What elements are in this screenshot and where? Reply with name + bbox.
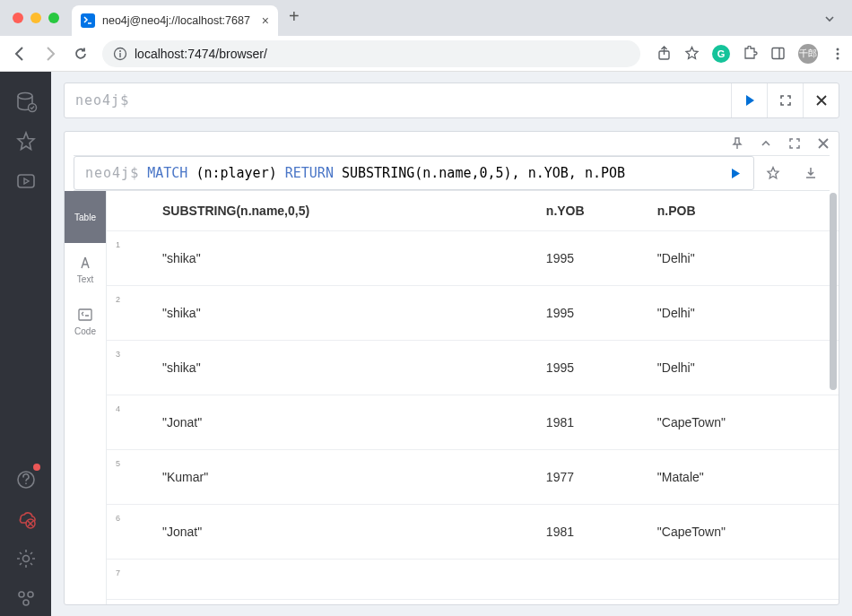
svg-rect-11 xyxy=(18,175,34,187)
notification-badge xyxy=(33,464,40,471)
pin-frame-button[interactable] xyxy=(731,137,743,150)
cell-value xyxy=(657,560,839,600)
cell-value: 1977 xyxy=(546,450,657,505)
share-icon[interactable] xyxy=(656,46,672,61)
cloud-sync-icon[interactable] xyxy=(8,501,44,537)
browser-toolbar: localhost:7474/browser/ G 千郎 xyxy=(0,36,852,72)
cypher-keyword-return: RETURN xyxy=(285,165,334,181)
cypher-keyword-match: MATCH xyxy=(147,165,187,181)
cell-value xyxy=(546,560,657,600)
collapse-frame-button[interactable] xyxy=(760,137,772,150)
main-content: neo4j$ xyxy=(51,72,852,616)
frame-query-box: neo4j$ MATCH (n:player) RETURN SUBSTRING… xyxy=(74,156,754,190)
scrollbar-thumb[interactable] xyxy=(830,193,837,390)
editor-prompt: neo4j$ xyxy=(75,92,129,108)
tab-list-button[interactable] xyxy=(823,13,836,25)
cell-value: "Delhi" xyxy=(657,231,839,286)
svg-point-17 xyxy=(19,592,24,597)
svg-rect-4 xyxy=(772,48,784,59)
site-info-icon[interactable] xyxy=(113,47,127,61)
table-row: 7 xyxy=(107,560,839,600)
frame-query-row: neo4j$ MATCH (n:player) RETURN SUBSTRING… xyxy=(74,155,830,191)
svg-point-16 xyxy=(22,556,29,562)
about-icon[interactable] xyxy=(8,580,44,616)
result-frame: neo4j$ MATCH (n:player) RETURN SUBSTRING… xyxy=(64,131,839,605)
neo4j-browser-app: neo4j$ xyxy=(0,72,852,616)
address-bar[interactable]: localhost:7474/browser/ xyxy=(102,40,640,67)
svg-point-6 xyxy=(837,48,839,50)
database-icon[interactable] xyxy=(8,84,44,120)
settings-gear-icon[interactable] xyxy=(8,541,44,577)
svg-point-8 xyxy=(837,56,839,59)
browser-menu-icon[interactable] xyxy=(830,47,845,61)
table-row: 4"Jonat"1981"CapeTown" xyxy=(107,395,839,450)
cell-value: "Kumar" xyxy=(150,450,546,505)
cell-value xyxy=(150,560,546,600)
minimize-window-button[interactable] xyxy=(30,13,41,23)
favorite-query-button[interactable] xyxy=(754,156,792,190)
reload-button[interactable] xyxy=(68,41,93,66)
fullscreen-frame-button[interactable] xyxy=(788,137,801,150)
back-button[interactable] xyxy=(7,41,32,66)
bookmark-star-icon[interactable] xyxy=(684,46,700,61)
download-result-button[interactable] xyxy=(792,156,830,190)
help-icon[interactable] xyxy=(8,462,44,498)
run-query-button[interactable] xyxy=(731,83,767,117)
cell-value: 1995 xyxy=(546,286,657,341)
cypher-editor: neo4j$ xyxy=(64,82,839,118)
table-view-tab: Table xyxy=(65,191,106,243)
guides-play-icon[interactable] xyxy=(8,163,44,199)
column-header: n.POB xyxy=(657,191,839,231)
cypher-text: SUBSTRING(n.name,0,5), n.YOB, n.POB xyxy=(334,165,625,181)
cell-value: "shika" xyxy=(150,341,546,395)
favorites-star-icon[interactable] xyxy=(8,124,44,160)
profile-avatar[interactable]: 千郎 xyxy=(798,44,818,64)
cell-value: "shika" xyxy=(150,286,546,341)
table-header-row: SUBSTRING(n.name,0,5) n.YOB n.POB xyxy=(107,191,839,231)
rerun-query-button[interactable] xyxy=(717,168,753,179)
text-view-tab[interactable]: Text xyxy=(65,243,106,295)
code-tab-label: Code xyxy=(74,326,96,336)
svg-point-19 xyxy=(23,600,29,605)
extensions-icon[interactable] xyxy=(743,46,758,61)
table-row: 5"Kumar"1977"Matale" xyxy=(107,450,839,505)
code-view-tab[interactable]: Code xyxy=(65,295,106,347)
cell-value: 1995 xyxy=(546,231,657,286)
forward-button[interactable] xyxy=(38,41,63,66)
close-frame-button[interactable] xyxy=(817,137,830,150)
window-controls xyxy=(13,13,59,23)
svg-rect-2 xyxy=(119,53,120,57)
cell-value: "Matale" xyxy=(657,450,839,505)
frame-body: Table Text Code SUBST xyxy=(65,191,839,604)
row-index: 2 xyxy=(107,286,150,341)
table-row: 3"shika"1995"Delhi" xyxy=(107,341,839,395)
url-text: localhost:7474/browser/ xyxy=(135,47,630,61)
row-index: 3 xyxy=(107,341,150,395)
close-editor-button[interactable] xyxy=(803,83,839,117)
grammarly-extension-icon[interactable]: G xyxy=(712,45,730,63)
toolbar-actions: G 千郎 xyxy=(656,44,845,64)
row-index: 4 xyxy=(107,395,150,450)
cell-value: "Jonat" xyxy=(150,505,546,560)
svg-point-1 xyxy=(119,50,121,52)
row-index: 6 xyxy=(107,505,150,560)
fullscreen-editor-button[interactable] xyxy=(767,83,803,117)
svg-point-9 xyxy=(18,93,32,100)
new-tab-button[interactable]: + xyxy=(289,6,300,27)
cypher-input[interactable]: neo4j$ xyxy=(65,83,731,117)
cell-value: "CapeTown" xyxy=(657,395,839,450)
result-table-wrapper[interactable]: SUBSTRING(n.name,0,5) n.YOB n.POB 1"shik… xyxy=(107,191,839,604)
svg-rect-20 xyxy=(79,309,91,320)
cell-value: "Jonat" xyxy=(150,395,546,450)
view-tabs: Table Text Code xyxy=(65,191,107,604)
side-panel-icon[interactable] xyxy=(770,46,786,61)
table-row: 6"Jonat"1981"CapeTown" xyxy=(107,505,839,560)
cell-value: 1995 xyxy=(546,341,657,395)
close-tab-button[interactable]: × xyxy=(262,13,269,28)
cypher-text: (n:player) xyxy=(187,165,284,181)
cell-value: "shika" xyxy=(150,231,546,286)
frame-query-text[interactable]: neo4j$ MATCH (n:player) RETURN SUBSTRING… xyxy=(74,165,717,181)
browser-tab[interactable]: neo4j@neo4j://localhost:7687 × xyxy=(72,5,278,36)
close-window-button[interactable] xyxy=(13,13,23,23)
maximize-window-button[interactable] xyxy=(48,13,59,23)
